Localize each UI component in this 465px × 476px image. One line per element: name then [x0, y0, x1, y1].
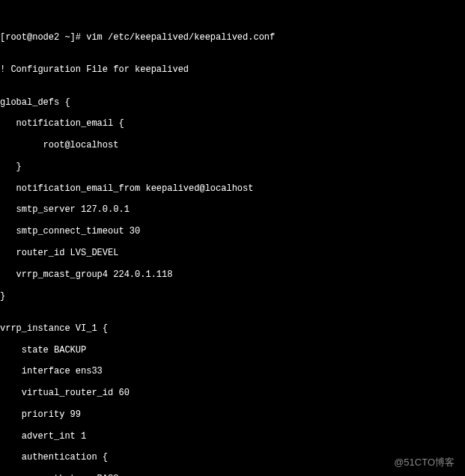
vi1-interface: interface ens33 — [0, 366, 465, 376]
smtp-server: smtp_server 127.0.0.1 — [0, 204, 465, 215]
partial-top-line — [0, 10, 465, 21]
terminal-output[interactable]: [root@node2 ~]# vim /etc/keepalived/keep… — [0, 0, 465, 476]
router-id: router_id LVS_DEVEL — [0, 248, 465, 258]
vi1-open: vrrp_instance VI_1 { — [0, 323, 465, 334]
prompt-line: [root@node2 ~]# vim /etc/keepalived/keep… — [0, 32, 465, 43]
vi1-priority: priority 99 — [0, 409, 465, 420]
vi1-advert: advert_int 1 — [0, 431, 465, 442]
vi1-router-id: virtual_router_id 60 — [0, 388, 465, 398]
notification-email-from: notification_email_from keepalived@local… — [0, 183, 465, 194]
close-brace: } — [0, 291, 465, 302]
root-localhost: root@localhost — [0, 140, 465, 150]
notification-email-open: notification_email { — [0, 118, 465, 129]
close-brace: } — [0, 162, 465, 172]
vrrp-mcast: vrrp_mcast_group4 224.0.1.118 — [0, 269, 465, 280]
vi1-state: state BACKUP — [0, 345, 465, 356]
smtp-timeout: smtp_connect_timeout 30 — [0, 226, 465, 237]
global-defs-open: global_defs { — [0, 97, 465, 108]
config-header: ! Configuration File for keepalived — [0, 64, 465, 75]
watermark: @51CTO博客 — [394, 457, 455, 469]
